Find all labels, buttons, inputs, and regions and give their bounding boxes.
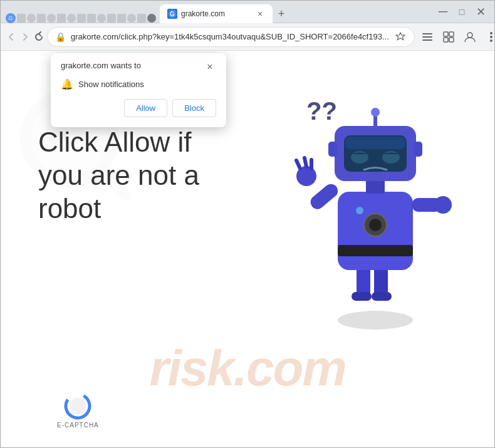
- browser-window: G G grakorte.com: [0, 0, 495, 448]
- nav-icon-2: [27, 14, 36, 23]
- svg-text:G: G: [170, 11, 175, 18]
- ecaptcha-label: E-CAPTCHA: [57, 422, 99, 429]
- svg-point-11: [490, 36, 492, 38]
- reload-button[interactable]: [33, 27, 44, 47]
- toolbar: 🔒 grakorte.com/click.php?key=1tk4k5csqum…: [1, 23, 494, 51]
- robot-illustration: ??: [269, 70, 457, 339]
- svg-point-34: [434, 196, 452, 214]
- bookmark-star-icon[interactable]: [394, 31, 407, 43]
- watermark-text: risk.com: [149, 340, 345, 397]
- popup-header: grakorte.com wants to ×: [61, 61, 216, 73]
- active-tab[interactable]: G grakorte.com ×: [160, 4, 273, 23]
- url-text: grakorte.com/click.php?key=1tk4k5csqum34…: [71, 32, 389, 41]
- main-heading: Click Allow if you are not a robot: [38, 126, 239, 225]
- svg-point-12: [490, 39, 492, 42]
- svg-rect-24: [338, 245, 413, 256]
- tab-title: grakorte.com: [181, 9, 251, 18]
- nav-icon-9: [97, 14, 106, 23]
- tab-close-button[interactable]: ×: [255, 9, 265, 19]
- nav-icon-14: [147, 14, 156, 23]
- address-bar[interactable]: 🔒 grakorte.com/click.php?key=1tk4k5csqum…: [47, 27, 415, 47]
- svg-point-27: [356, 207, 363, 214]
- notification-popup: grakorte.com wants to × 🔔 Show notificat…: [51, 53, 226, 127]
- popup-title: grakorte.com wants to: [61, 61, 141, 70]
- tab-bar: G G grakorte.com: [6, 1, 432, 23]
- ecaptcha-icon: [63, 392, 92, 420]
- svg-point-46: [70, 398, 86, 414]
- svg-rect-3: [422, 36, 432, 38]
- profile-button[interactable]: [460, 27, 480, 47]
- close-button[interactable]: ✕: [472, 3, 489, 21]
- svg-line-31: [305, 158, 306, 167]
- permission-text: Show notifications: [78, 80, 144, 89]
- svg-rect-22: [372, 292, 392, 301]
- popup-close-button[interactable]: ×: [204, 61, 216, 73]
- chrome-logo-icon: G: [6, 13, 16, 23]
- tab-favicon: G: [167, 9, 177, 19]
- svg-rect-8: [449, 38, 454, 42]
- block-button[interactable]: Block: [172, 99, 216, 117]
- svg-rect-38: [345, 137, 405, 149]
- svg-rect-7: [444, 38, 448, 42]
- svg-rect-4: [422, 39, 432, 41]
- popup-buttons: Allow Block: [61, 99, 216, 117]
- popup-permission-row: 🔔 Show notifications: [61, 78, 216, 90]
- maximize-button[interactable]: □: [453, 3, 471, 21]
- svg-rect-21: [352, 292, 372, 301]
- svg-point-18: [338, 311, 413, 330]
- nav-icon-4: [47, 14, 56, 23]
- svg-rect-28: [308, 181, 340, 212]
- svg-point-9: [467, 33, 472, 38]
- page-content: grakorte.com wants to × 🔔 Show notificat…: [1, 51, 494, 447]
- address-bar-icons: [394, 31, 407, 43]
- svg-rect-6: [449, 32, 454, 36]
- window-controls: ─ □ ✕: [434, 3, 489, 21]
- minimize-button[interactable]: ─: [434, 3, 452, 21]
- new-tab-button[interactable]: +: [273, 6, 290, 23]
- nav-icon-3: [37, 14, 46, 23]
- svg-line-30: [296, 160, 300, 169]
- extensions-button[interactable]: [439, 27, 459, 47]
- svg-rect-5: [444, 32, 448, 36]
- bell-icon: 🔔: [61, 78, 73, 90]
- nav-icon-5: [57, 14, 66, 23]
- lock-icon: 🔒: [55, 32, 66, 42]
- forward-button[interactable]: [19, 27, 31, 47]
- main-text-area: Click Allow if you are not a robot: [38, 126, 239, 225]
- svg-point-10: [490, 32, 492, 34]
- nav-icon-6: [67, 14, 76, 23]
- nav-icon-7: [77, 14, 86, 23]
- back-button[interactable]: [6, 27, 17, 47]
- svg-rect-43: [328, 142, 337, 157]
- nav-icon-12: [127, 14, 136, 23]
- allow-button[interactable]: Allow: [124, 99, 167, 117]
- ecaptcha-logo: E-CAPTCHA: [57, 392, 99, 429]
- svg-rect-44: [414, 142, 422, 157]
- nav-icon-1: [17, 14, 26, 23]
- svg-point-26: [369, 219, 382, 231]
- title-bar: G G grakorte.com: [1, 1, 494, 23]
- svg-point-42: [371, 108, 380, 117]
- svg-text:??: ??: [306, 97, 337, 125]
- nav-icon-11: [117, 14, 126, 23]
- more-options-button[interactable]: [481, 27, 495, 47]
- nav-icon-10: [107, 14, 116, 23]
- toolbar-right: [417, 27, 495, 47]
- nav-icon-13: [137, 14, 146, 23]
- nav-icon-8: [87, 14, 96, 23]
- svg-rect-2: [422, 33, 432, 34]
- customize-button[interactable]: [417, 27, 437, 47]
